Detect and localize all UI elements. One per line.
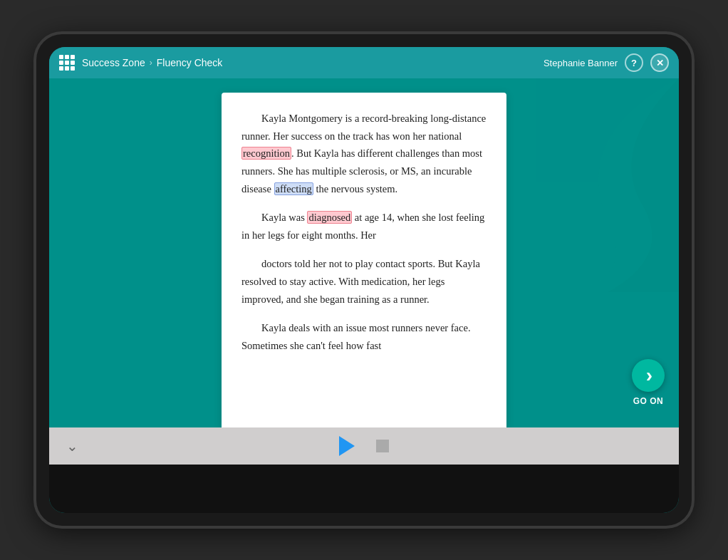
paragraph-3: doctors told her not to play contact spo… — [241, 255, 487, 308]
stop-button[interactable] — [376, 440, 389, 452]
go-on-button[interactable] — [632, 359, 665, 392]
header-right: Stephanie Banner ? ✕ — [544, 53, 669, 72]
device-frame: Success Zone › Fluency Check Stephanie B… — [36, 34, 692, 526]
play-button[interactable] — [339, 436, 355, 456]
chevron-down-icon[interactable]: ⌄ — [66, 437, 78, 455]
highlight-diagnosed: diagnosed — [307, 211, 352, 224]
highlight-affecting: affecting — [274, 182, 313, 195]
paragraph-4: Kayla deals with an issue most runners n… — [241, 319, 487, 354]
user-name: Stephanie Banner — [544, 58, 618, 68]
breadcrumb-parent[interactable]: Success Zone — [82, 57, 145, 68]
reading-text: Kayla Montgomery is a record-breaking lo… — [241, 110, 487, 355]
breadcrumb-separator: › — [150, 58, 152, 68]
header-left: Success Zone › Fluency Check — [59, 55, 222, 71]
help-button[interactable]: ? — [625, 53, 643, 72]
close-button[interactable]: ✕ — [650, 53, 669, 72]
bottom-controls: ⌄ — [49, 427, 679, 465]
apps-icon[interactable] — [59, 55, 75, 71]
reading-panel: Kayla Montgomery is a record-breaking lo… — [222, 93, 506, 427]
main-content: Kayla Montgomery is a record-breaking lo… — [49, 78, 679, 427]
breadcrumb-current: Fluency Check — [157, 57, 223, 68]
header-bar: Success Zone › Fluency Check Stephanie B… — [49, 47, 679, 78]
black-bar — [49, 465, 679, 513]
paragraph-2: Kayla was diagnosed at age 14, when she … — [241, 209, 487, 244]
highlight-recognition: recognition — [241, 147, 291, 160]
device-inner: Success Zone › Fluency Check Stephanie B… — [49, 47, 679, 513]
go-on-container: GO ON — [632, 359, 665, 406]
go-on-label: GO ON — [633, 396, 664, 406]
breadcrumb: Success Zone › Fluency Check — [82, 57, 222, 68]
paragraph-1: Kayla Montgomery is a record-breaking lo… — [241, 110, 487, 197]
